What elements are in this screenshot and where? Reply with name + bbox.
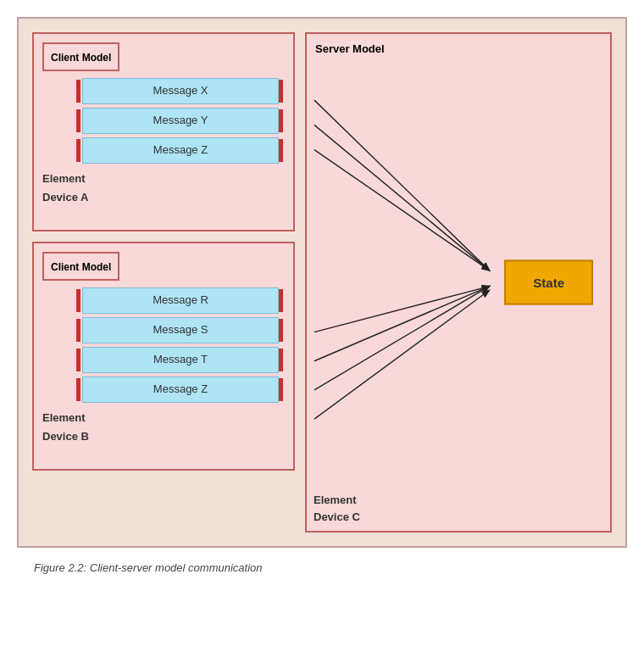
client-model-a-label: Client Model [51,52,111,64]
svg-line-2 [314,150,489,271]
red-rect [279,386,283,393]
connector-left-t [76,347,82,373]
red-rect [76,334,80,342]
diagram-container: Client Model Message X [17,17,627,548]
connector-left-y [76,108,82,134]
message-row-s: Message S [76,317,285,343]
right-column: Server Model [305,32,612,533]
red-rect [76,297,80,304]
message-r: Message R [82,287,279,314]
device-a-title: Device A [42,191,88,204]
red-rect [76,319,80,326]
element-b-label: Element [42,411,86,424]
svg-line-4 [314,287,489,361]
red-rect [76,393,80,401]
red-rect [279,125,283,132]
client-model-b-label: Client Model [51,261,111,273]
red-rect [279,87,283,95]
red-rect [279,154,283,162]
connector-right-t [279,347,285,373]
red-rect [279,334,283,342]
svg-line-0 [314,100,489,270]
state-label: State [533,276,564,290]
red-rect [76,154,80,162]
message-row-za: Message Z [76,137,285,164]
red-rect [76,125,80,132]
red-rect [279,289,283,297]
connector-left-za [76,137,82,164]
red-rect [76,364,80,371]
red-rect [76,378,80,386]
message-x: Message X [82,78,279,104]
svg-line-6 [314,291,489,419]
connector-left-s [76,317,82,343]
message-zb: Message Z [82,376,279,403]
connector-left-zb [76,376,82,403]
red-rect [279,393,283,401]
server-model-box: Server Model [305,32,612,533]
red-rect [76,304,80,312]
red-rect [279,139,283,147]
red-rect [279,297,283,304]
red-rect [279,109,283,117]
red-rect [76,326,80,334]
message-row-x: Message X [76,78,285,104]
red-rect [76,386,80,393]
device-a-messages: Message X Message Y [76,78,285,164]
device-b-box: Client Model Message R [32,242,295,471]
red-rect [76,109,80,117]
connector-right-s [279,317,285,343]
figure-caption: Figure 2.2: Client-server model communic… [17,561,263,574]
client-model-a: Client Model [42,42,119,71]
red-rect [279,378,283,386]
red-rect [76,356,80,364]
red-rect [279,304,283,312]
message-row-t: Message T [76,347,285,373]
device-a-box: Client Model Message X [32,32,295,231]
message-s: Message S [82,317,279,343]
red-rect [76,349,80,356]
red-rect [76,139,80,147]
message-row-zb: Message Z [76,376,285,403]
connector-left-x [76,78,82,104]
red-rect [279,326,283,334]
red-rect [279,349,283,356]
red-rect [279,147,283,154]
state-box: State [504,260,593,305]
message-za: Message Z [82,137,279,164]
message-row-y: Message Y [76,108,285,134]
element-a-label: Element [42,172,86,185]
device-b-messages: Message R Message S [76,287,285,403]
device-b-title: Device B [42,430,89,443]
svg-line-1 [314,125,489,270]
message-row-r: Message R [76,287,285,314]
connector-right-y [279,108,285,134]
message-y: Message Y [82,108,279,134]
red-rect [279,319,283,326]
red-rect [279,80,283,87]
red-rect [76,147,80,154]
svg-line-3 [314,287,489,332]
message-t: Message T [82,347,279,373]
connector-left-r [76,287,82,314]
left-column: Client Model Message X [32,32,295,533]
connector-right-x [279,78,285,104]
red-rect [279,356,283,364]
red-rect [279,95,283,103]
red-rect [76,95,80,103]
connector-right-za [279,137,285,164]
svg-line-5 [314,287,489,390]
connector-right-zb [279,376,285,403]
element-c-label: Element [314,494,357,506]
red-rect [279,117,283,125]
red-rect [76,80,80,87]
server-model-title: Server Model [315,42,602,55]
device-c-label: Device C [314,510,360,523]
red-rect [279,364,283,371]
red-rect [76,117,80,125]
connector-right-r [279,287,285,314]
client-model-b: Client Model [42,252,119,281]
red-rect [76,87,80,95]
red-rect [76,289,80,297]
